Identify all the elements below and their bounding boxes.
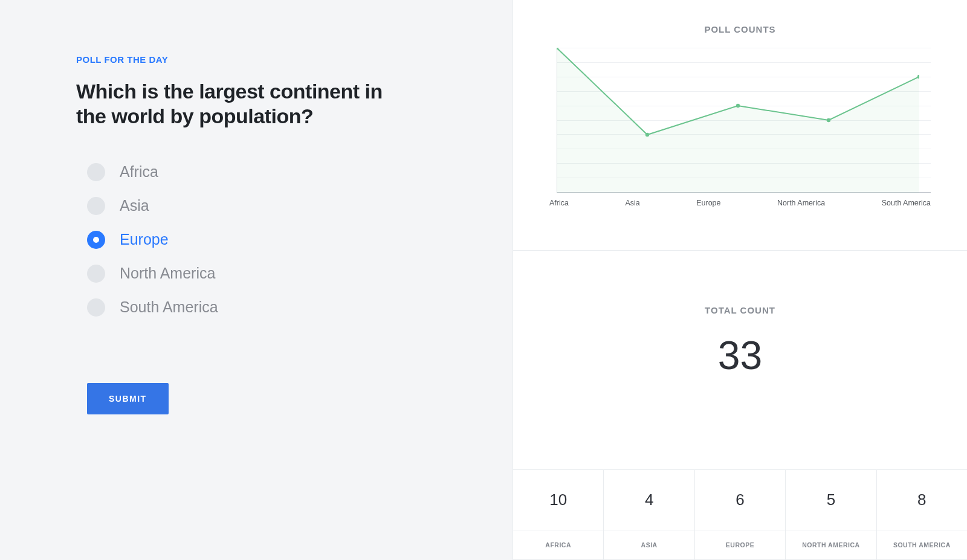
radio-icon (87, 197, 105, 215)
breakdown-cell: 5NORTH AMERICA (786, 470, 876, 559)
breakdown-label: EUROPE (695, 530, 785, 559)
total-count-value: 33 (513, 332, 967, 378)
poll-option-label: North America (120, 265, 215, 282)
poll-option-0[interactable]: Africa (87, 163, 513, 181)
radio-icon (87, 231, 105, 249)
svg-point-2 (736, 104, 740, 108)
poll-option-label: Africa (120, 163, 158, 181)
poll-panel: POLL FOR THE DAY Which is the largest co… (0, 0, 513, 560)
breakdown-label: AFRICA (513, 530, 603, 559)
poll-option-label: Europe (120, 231, 169, 248)
poll-eyebrow: POLL FOR THE DAY (76, 54, 513, 65)
radio-icon (87, 163, 105, 181)
poll-counts-chart: AfricaAsiaEuropeNorth AmericaSouth Ameri… (549, 48, 931, 250)
breakdown-label: SOUTH AMERICA (877, 530, 967, 559)
poll-option-1[interactable]: Asia (87, 197, 513, 215)
breakdown-cell: 6EUROPE (695, 470, 786, 559)
breakdown-value: 10 (513, 470, 603, 530)
poll-option-label: South America (120, 298, 218, 316)
breakdown-value: 8 (877, 470, 967, 530)
breakdown-cell: 10AFRICA (513, 470, 604, 559)
chart-x-label: Asia (625, 199, 639, 207)
poll-option-4[interactable]: South America (87, 298, 513, 317)
poll-question: Which is the largest continent in the wo… (76, 79, 415, 129)
svg-point-1 (645, 133, 649, 137)
breakdown-cell: 8SOUTH AMERICA (877, 470, 967, 559)
svg-point-3 (827, 118, 830, 122)
breakdown-label: ASIA (604, 530, 694, 559)
breakdown-row: 10AFRICA4ASIA6EUROPE5NORTH AMERICA8SOUTH… (513, 469, 967, 559)
breakdown-value: 6 (695, 470, 785, 530)
poll-counts-panel: POLL COUNTS AfricaAsiaEuropeNorth Americ… (513, 0, 967, 251)
breakdown-label: NORTH AMERICA (786, 530, 876, 559)
radio-icon (87, 265, 105, 283)
total-count-panel: TOTAL COUNT 33 10AFRICA4ASIA6EUROPE5NORT… (513, 251, 967, 560)
radio-icon (87, 298, 105, 317)
total-count-title: TOTAL COUNT (513, 305, 967, 315)
poll-option-2[interactable]: Europe (87, 231, 513, 249)
submit-button[interactable]: SUBMIT (87, 383, 169, 414)
breakdown-value: 4 (604, 470, 694, 530)
poll-counts-title: POLL COUNTS (549, 24, 931, 34)
chart-x-label: North America (777, 199, 825, 207)
chart-x-label: Europe (696, 199, 720, 207)
breakdown-cell: 4ASIA (604, 470, 694, 559)
poll-option-3[interactable]: North America (87, 265, 513, 283)
poll-options: AfricaAsiaEuropeNorth AmericaSouth Ameri… (87, 163, 513, 317)
chart-x-label: Africa (549, 199, 569, 207)
breakdown-value: 5 (786, 470, 876, 530)
poll-option-label: Asia (120, 197, 149, 214)
chart-x-label: South America (882, 199, 931, 207)
